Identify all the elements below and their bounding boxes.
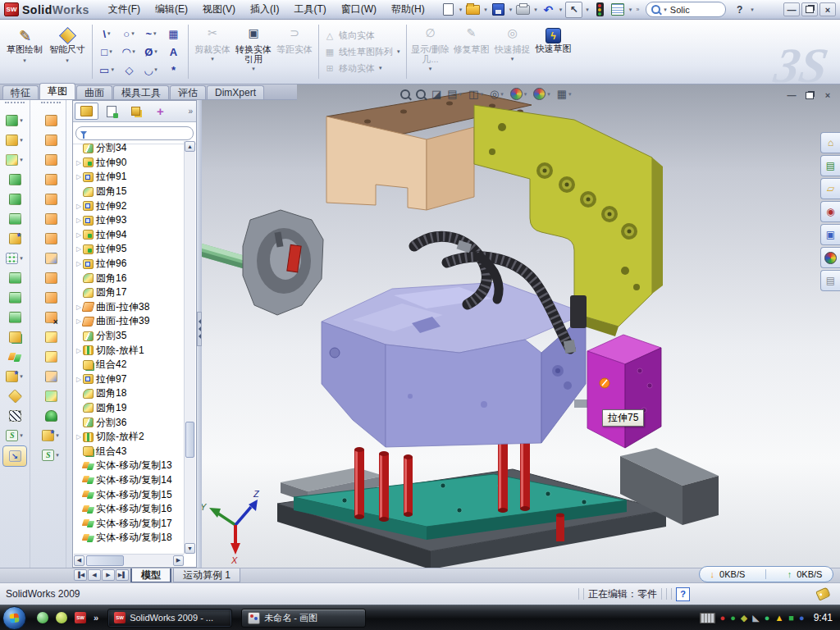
model-cam-insert[interactable]: [197, 210, 323, 315]
repair-sketch-button[interactable]: ✎修复草图: [451, 23, 492, 80]
sketch-fillet-icon[interactable]: ◡▾: [140, 64, 162, 76]
mirror-entities-button[interactable]: △镜向实体: [324, 30, 401, 42]
tree-item-实体-移动/复制18[interactable]: 实体-移动/复制18: [75, 531, 184, 546]
edit-appearance-icon[interactable]: ▾: [510, 88, 528, 100]
planar-surface-button[interactable]: [37, 229, 65, 249]
input-method-icon[interactable]: [700, 613, 715, 623]
filled-surface-button[interactable]: [37, 209, 65, 229]
tree-item-拉伸96[interactable]: ▷拉伸96: [75, 257, 184, 272]
open-icon[interactable]: [465, 2, 481, 17]
revolved-surface-button[interactable]: [37, 130, 65, 150]
view-orientation-icon[interactable]: ▤▾: [447, 88, 463, 100]
panel-flyout-icon[interactable]: »: [188, 107, 194, 116]
linear-pattern-button[interactable]: ▾: [1, 249, 29, 268]
quick-snaps-button[interactable]: ◎快速捕捉▾: [492, 23, 533, 80]
tree-item-拉伸97[interactable]: ▷拉伸97: [75, 372, 184, 387]
menu-文件(F)[interactable]: 文件(F): [101, 0, 148, 20]
security-alert-icon[interactable]: ●: [720, 614, 726, 623]
arc-icon[interactable]: ◠▾: [118, 46, 140, 58]
section-view-icon[interactable]: ◪: [431, 88, 441, 100]
messenger-status-icon[interactable]: ●: [799, 614, 805, 623]
zoom-to-area-icon[interactable]: [416, 89, 426, 99]
print-icon[interactable]: [515, 2, 531, 17]
updater-icon[interactable]: ◆: [741, 614, 747, 623]
lofted-surface-button[interactable]: [37, 170, 65, 189]
tree-item-拉伸93[interactable]: ▷拉伸93: [75, 213, 184, 228]
panel-collapse-handle[interactable]: [197, 312, 202, 346]
panel-splitter[interactable]: [197, 100, 202, 568]
quick-tips-icon[interactable]: ?: [676, 587, 690, 601]
freeform-surface-button[interactable]: [37, 249, 65, 268]
measure-button[interactable]: [2, 445, 27, 467]
surface-fillet-button[interactable]: [37, 288, 65, 308]
ellipse-icon[interactable]: Ø▾: [140, 46, 162, 58]
tree-vertical-scrollbar[interactable]: ▲ ▼: [184, 141, 195, 554]
tab-草图[interactable]: 草图: [39, 83, 75, 99]
scroll-thumb[interactable]: [185, 422, 194, 458]
view-palette-tab[interactable]: ▣: [820, 224, 840, 245]
offset-surface-button[interactable]: [37, 268, 65, 288]
fillet-button[interactable]: ▾: [1, 150, 29, 170]
expand-icon[interactable]: ▷: [75, 217, 83, 224]
boundary-surface-button[interactable]: [37, 189, 65, 209]
expand-icon[interactable]: ▷: [75, 347, 83, 354]
file-explorer-tab[interactable]: ▱: [820, 178, 840, 199]
tree-filter-input[interactable]: [75, 126, 194, 140]
tab-特征[interactable]: 特征: [2, 85, 39, 99]
circle-icon[interactable]: ○▾: [118, 28, 140, 40]
draft-button[interactable]: [1, 288, 29, 308]
curve-button[interactable]: ▾: [1, 426, 29, 445]
tree-item-组合43[interactable]: 组合43: [75, 444, 184, 459]
tree-horizontal-scrollbar[interactable]: ◀ ▶: [74, 554, 184, 566]
undo-icon[interactable]: ↶: [541, 2, 556, 17]
view-settings-icon[interactable]: ▦▾: [557, 88, 573, 100]
tab-DimXpert[interactable]: DimXpert: [207, 85, 264, 99]
tag-icon[interactable]: [815, 587, 831, 600]
tab-模具工具[interactable]: 模具工具: [113, 85, 169, 99]
expand-icon[interactable]: ▷: [75, 203, 83, 210]
hole-wizard-button[interactable]: [1, 229, 29, 249]
apply-scene-icon[interactable]: ▾: [533, 88, 551, 100]
zoom-to-fit-icon[interactable]: [400, 89, 410, 99]
search-tab[interactable]: ◉: [820, 201, 840, 222]
new-document-icon[interactable]: [441, 2, 456, 17]
expand-icon[interactable]: ▷: [75, 376, 83, 383]
sync-icon[interactable]: ●: [765, 614, 770, 623]
scroll-thumb[interactable]: [86, 555, 124, 566]
display-delete-relations-button[interactable]: ∅显示/删除几...▾: [410, 23, 451, 80]
3d-model[interactable]: Y Z X: [197, 84, 840, 568]
tab-曲面[interactable]: 曲面: [76, 85, 112, 99]
prev-tab-icon[interactable]: ◀: [88, 569, 101, 581]
app-restore-button[interactable]: [801, 2, 818, 16]
next-tab-icon[interactable]: ▶: [102, 569, 115, 581]
tab-模型[interactable]: 模型: [130, 568, 171, 583]
text-icon[interactable]: A: [162, 46, 185, 58]
property-manager-tab[interactable]: [99, 103, 123, 120]
tree-item-拉伸91[interactable]: ▷拉伸91: [75, 170, 184, 185]
spline-icon[interactable]: ~▾: [140, 28, 162, 40]
doc-close-button[interactable]: ×: [820, 89, 835, 101]
expand-icon[interactable]: ▷: [75, 260, 83, 267]
menu-工具(T)[interactable]: 工具(T): [286, 0, 333, 20]
tree-item-实体-移动/复制13[interactable]: 实体-移动/复制13: [75, 459, 184, 473]
toolbar-flyout-icon[interactable]: »: [636, 7, 639, 12]
convert-entities-button[interactable]: ▣转换实体引用▾: [233, 23, 274, 80]
boundary-boss-button[interactable]: [1, 209, 29, 229]
mid-surface-button[interactable]: [37, 347, 65, 367]
graphics-area[interactable]: Y Z X ◪▤▾◫▾◎▾▾▾▦▾ — × ⌂▤▱◉▣▤ 拉伸75: [197, 84, 840, 568]
messenger-icon[interactable]: [37, 612, 48, 623]
trimmed-surface-button[interactable]: [37, 150, 65, 170]
tree-item-拉伸95[interactable]: ▷拉伸95: [75, 242, 184, 257]
scroll-right-icon[interactable]: ▶: [173, 555, 184, 566]
hide-show-items-icon[interactable]: ◎▾: [490, 88, 504, 100]
scroll-left-icon[interactable]: ◀: [74, 555, 84, 566]
point-icon[interactable]: *: [162, 64, 185, 76]
display-style-icon[interactable]: ◫▾: [468, 88, 484, 100]
plane-button[interactable]: [1, 386, 29, 406]
tree-item-实体-移动/复制15[interactable]: 实体-移动/复制15: [75, 487, 184, 502]
app-minimize-button[interactable]: —: [783, 2, 800, 16]
tree-item-切除-放样1[interactable]: ▷切除-放样1: [75, 343, 184, 358]
menu-编辑(E)[interactable]: 编辑(E): [148, 0, 195, 20]
taskbar-window-未命名 - 画图[interactable]: 未命名 - 画图: [241, 609, 366, 628]
trim-entities-button[interactable]: ✂剪裁实体▾: [192, 23, 233, 80]
